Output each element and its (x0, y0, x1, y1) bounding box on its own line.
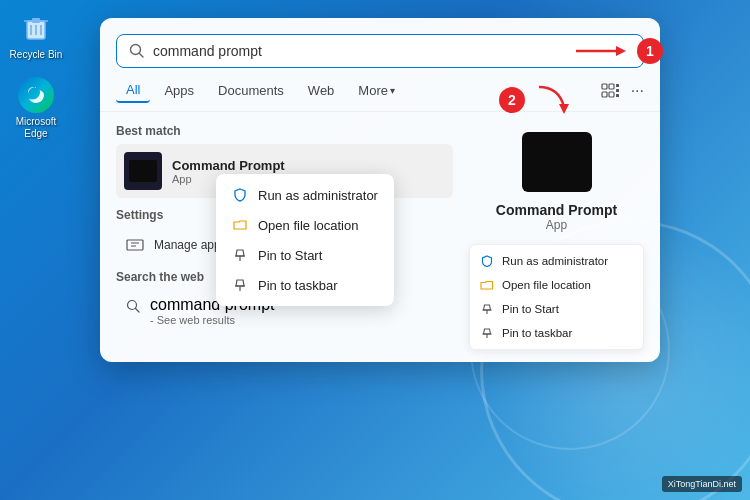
svg-rect-14 (616, 89, 619, 92)
desktop-icons: Recycle Bin Microsoft Edge (8, 10, 64, 140)
context-menu: Run as administrator Open file location (216, 174, 394, 306)
annotation-2: 2 (499, 82, 584, 117)
search-box: command prompt 1 (116, 34, 644, 68)
svg-line-24 (136, 309, 140, 313)
tab-web[interactable]: Web (298, 79, 345, 102)
svg-marker-25 (559, 104, 569, 114)
right-app-type: App (546, 218, 567, 232)
svg-rect-12 (609, 92, 614, 97)
recycle-bin-icon[interactable]: Recycle Bin (8, 10, 64, 61)
shield-icon (232, 187, 248, 203)
tab-more[interactable]: More ▾ (348, 79, 405, 102)
best-match-label: Best match (116, 124, 453, 138)
context-pin-to-taskbar[interactable]: Pin to taskbar (216, 270, 394, 300)
app-name: Command Prompt (172, 158, 285, 173)
recycle-bin-label: Recycle Bin (10, 49, 63, 61)
context-run-as-admin[interactable]: Run as administrator (216, 180, 394, 210)
search-panel: command prompt 1 All Apps Documents Web … (100, 18, 660, 362)
annotation-badge-2: 2 (499, 87, 525, 113)
svg-rect-10 (609, 84, 614, 89)
tab-apps[interactable]: Apps (154, 79, 204, 102)
context-open-file-location[interactable]: Open file location (216, 210, 394, 240)
chevron-down-icon: ▾ (390, 85, 395, 96)
svg-rect-9 (602, 84, 607, 89)
search-query[interactable]: command prompt (153, 43, 631, 59)
svg-rect-11 (602, 92, 607, 97)
watermark: XiTongTianDi.net (662, 476, 742, 492)
right-context-open-file[interactable]: Open file location (470, 273, 643, 297)
nav-right-icons: ··· (601, 82, 644, 100)
apps-icon[interactable] (601, 83, 621, 99)
search-icon (129, 43, 145, 59)
annotation-arrow-1 (571, 36, 631, 66)
right-context-menu: Run as administrator Open file location (469, 244, 644, 350)
tab-all[interactable]: All (116, 78, 150, 103)
svg-line-7 (140, 54, 144, 58)
best-match-item[interactable]: Command Prompt App Run as administrator (116, 144, 453, 198)
annotation-arrow-2 (529, 82, 584, 117)
right-context-pin-start[interactable]: Pin to Start (470, 297, 643, 321)
results-area: Best match Command Prompt App (100, 112, 660, 362)
right-cmd-icon (522, 132, 592, 192)
search-web-icon (124, 297, 142, 315)
svg-marker-8 (616, 46, 626, 56)
svg-rect-15 (616, 94, 619, 97)
desktop: Recycle Bin Microsoft Edge command promp (0, 0, 750, 500)
svg-rect-13 (616, 84, 619, 87)
right-pin-icon (480, 302, 494, 316)
web-sub: - See web results (150, 314, 275, 326)
right-context-pin-taskbar[interactable]: Pin to taskbar (470, 321, 643, 345)
right-pin-taskbar-icon (480, 326, 494, 340)
right-app-name: Command Prompt (496, 202, 617, 218)
svg-rect-20 (127, 240, 143, 250)
edge-logo (18, 77, 54, 113)
edge-label: Microsoft Edge (8, 116, 64, 140)
more-options-icon[interactable]: ··· (631, 82, 644, 100)
right-folder-icon (480, 278, 494, 292)
context-pin-to-start[interactable]: Pin to Start (216, 240, 394, 270)
svg-point-6 (131, 45, 141, 55)
folder-icon (232, 217, 248, 233)
tab-documents[interactable]: Documents (208, 79, 294, 102)
pin-icon (232, 247, 248, 263)
edge-icon[interactable]: Microsoft Edge (8, 77, 64, 140)
settings-icon (124, 234, 146, 256)
right-context-run-as-admin[interactable]: Run as administrator (470, 249, 643, 273)
pin-taskbar-icon (232, 277, 248, 293)
cmd-icon (124, 152, 162, 190)
results-right: 2 Command Prompt App (469, 124, 644, 350)
results-left: Best match Command Prompt App (116, 124, 453, 350)
right-shield-icon (480, 254, 494, 268)
annotation-badge-1: 1 (637, 38, 663, 64)
